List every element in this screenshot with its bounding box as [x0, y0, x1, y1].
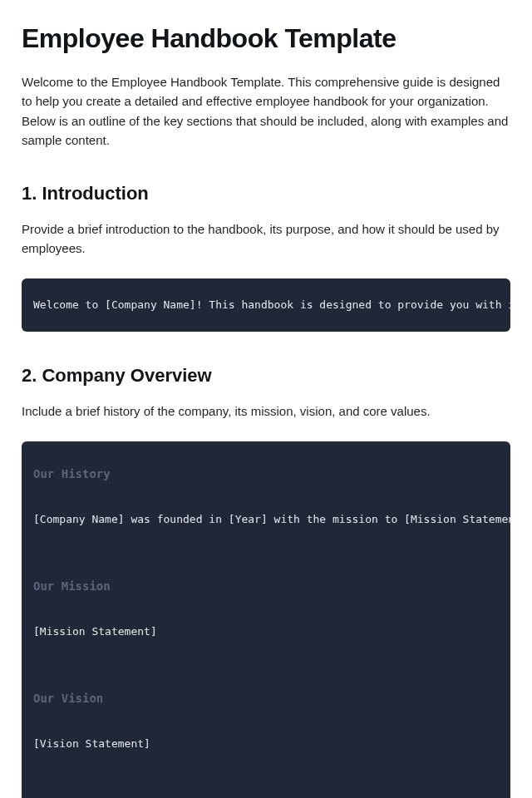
section-description-introduction: Provide a brief introduction to the hand… — [22, 219, 510, 259]
code-subheading-history: Our History — [33, 465, 499, 483]
code-text-history: [Company Name] was founded in [Year] wit… — [33, 511, 499, 529]
code-text: Welcome to [Company Name]! This handbook… — [33, 298, 510, 311]
section-heading-introduction: 1. Introduction — [22, 183, 510, 204]
section-heading-company-overview: 2. Company Overview — [22, 365, 510, 387]
page-title: Employee Handbook Template — [22, 23, 510, 54]
code-text-vision: [Vision Statement] — [33, 736, 499, 753]
section-description-company-overview: Include a brief history of the company, … — [22, 401, 510, 421]
intro-paragraph: Welcome to the Employee Handbook Templat… — [22, 72, 510, 150]
code-block-introduction: Welcome to [Company Name]! This handbook… — [22, 278, 510, 332]
code-subheading-mission: Our Mission — [33, 577, 499, 595]
code-block-company-overview: Our History[Company Name] was founded in… — [22, 441, 510, 798]
code-subheading-vision: Our Vision — [33, 689, 499, 707]
code-text-mission: [Mission Statement] — [33, 623, 499, 641]
